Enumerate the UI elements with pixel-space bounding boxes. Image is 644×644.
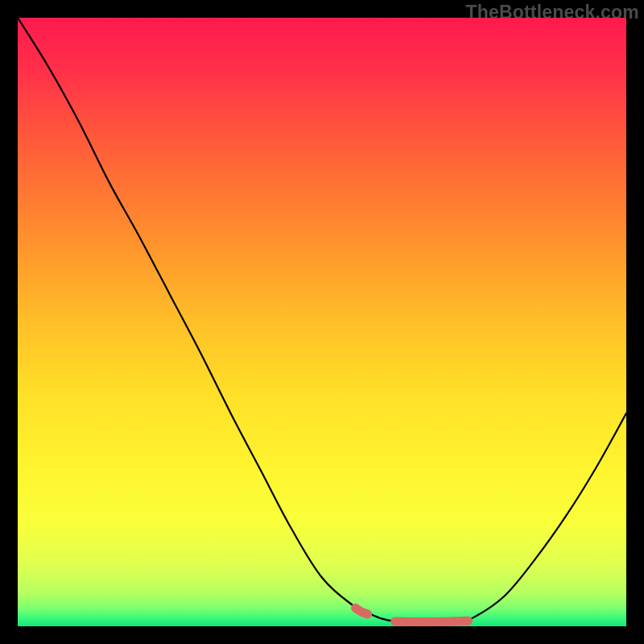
chart-frame: TheBottleneck.com [0,0,644,644]
highlight-segment [395,621,469,621]
chart-svg [18,18,626,626]
highlight-segment [356,608,368,614]
gradient-background [18,18,626,626]
plot-area [18,18,626,626]
